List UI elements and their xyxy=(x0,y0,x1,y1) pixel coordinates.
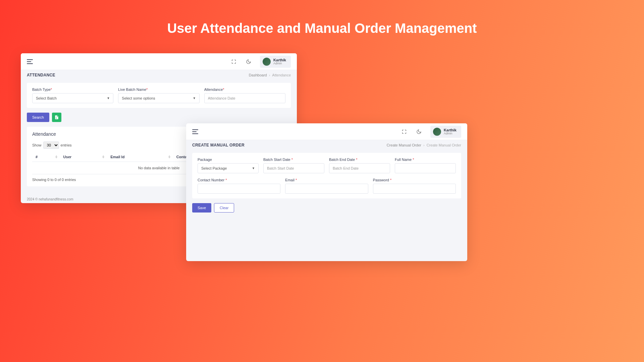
fullscreen-icon[interactable] xyxy=(229,57,238,66)
attendance-date-input[interactable] xyxy=(204,93,285,103)
full-name-input[interactable] xyxy=(395,163,456,173)
fullscreen-icon[interactable] xyxy=(399,127,409,136)
breadcrumb-item: Create Manual Order xyxy=(427,143,461,147)
batch-start-input[interactable] xyxy=(263,163,324,173)
breadcrumb: Dashboard › Attendance xyxy=(249,73,291,77)
batch-type-label: Batch Type* xyxy=(32,87,113,92)
email-input[interactable] xyxy=(285,184,368,194)
batch-end-input[interactable] xyxy=(329,163,390,173)
topbar: Karthik Admin xyxy=(186,123,467,140)
attendance-label: Attendance* xyxy=(204,87,285,92)
email-label: Email * xyxy=(285,178,368,182)
live-batch-select[interactable]: Select some options▼ xyxy=(118,93,199,103)
entries-select[interactable]: 30 xyxy=(43,141,59,149)
live-batch-label: Live Batch Name* xyxy=(118,87,199,92)
chevron-down-icon: ▼ xyxy=(252,167,255,170)
moon-icon[interactable] xyxy=(244,57,253,66)
package-select[interactable]: Select Package▼ xyxy=(198,163,259,173)
password-input[interactable] xyxy=(373,184,456,194)
contact-input[interactable] xyxy=(198,184,280,194)
batch-type-select[interactable]: Select Batch▼ xyxy=(32,93,113,103)
search-button[interactable]: Search xyxy=(27,113,49,122)
avatar xyxy=(263,58,271,66)
contact-label: Contact Number * xyxy=(198,178,280,182)
user-name: Karthik xyxy=(273,58,286,62)
footer-text: 2024 © nehafunandfitness.com xyxy=(27,197,73,201)
breadcrumb-item[interactable]: Create Manual Order xyxy=(387,143,421,147)
user-name: Karthik xyxy=(444,128,457,132)
chevron-down-icon: ▼ xyxy=(107,97,110,100)
password-label: Password * xyxy=(373,178,456,182)
batch-start-label: Batch Start Date * xyxy=(263,158,324,162)
user-role: Admin xyxy=(444,132,457,135)
breadcrumb-item[interactable]: Dashboard xyxy=(249,73,267,77)
export-button[interactable] xyxy=(52,113,61,122)
create-order-panel: Karthik Admin CREATE MANUAL ORDER Create… xyxy=(186,123,467,261)
section-title: ATTENDANCE xyxy=(27,73,55,77)
file-export-icon xyxy=(54,115,59,120)
moon-icon[interactable] xyxy=(414,127,424,136)
th-index[interactable]: # xyxy=(32,152,60,162)
th-user[interactable]: User xyxy=(60,152,107,162)
package-label: Package xyxy=(198,158,259,162)
clear-button[interactable]: Clear xyxy=(214,203,234,213)
user-role: Admin xyxy=(273,62,286,65)
th-email[interactable]: Email Id xyxy=(107,152,173,162)
topbar: Karthik Admin xyxy=(21,53,297,70)
section-title: CREATE MANUAL ORDER xyxy=(192,143,245,147)
page-title: User Attendance and Manual Order Managem… xyxy=(0,0,644,36)
menu-icon[interactable] xyxy=(192,129,198,134)
menu-icon[interactable] xyxy=(27,59,33,64)
full-name-label: Full Name * xyxy=(395,158,456,162)
chevron-right-icon: › xyxy=(423,143,425,147)
chevron-right-icon: › xyxy=(269,73,270,77)
save-button[interactable]: Save xyxy=(192,203,211,213)
batch-end-label: Batch End Date * xyxy=(329,158,390,162)
user-badge[interactable]: Karthik Admin xyxy=(260,56,291,68)
breadcrumb-item: Attendance xyxy=(272,73,291,77)
user-badge[interactable]: Karthik Admin xyxy=(430,126,461,138)
breadcrumb: Create Manual Order › Create Manual Orde… xyxy=(387,143,461,147)
chevron-down-icon: ▼ xyxy=(193,97,196,100)
avatar xyxy=(433,128,441,136)
